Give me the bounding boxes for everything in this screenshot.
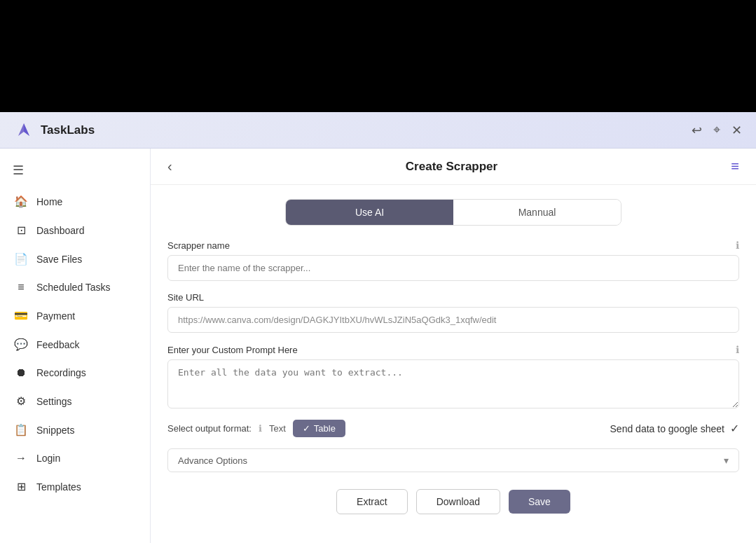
text-format-label: Text (269, 423, 286, 434)
sidebar-item-snippets[interactable]: 📋 Snippets (0, 416, 150, 444)
snippets-icon: 📋 (14, 423, 28, 437)
svg-marker-1 (24, 123, 29, 136)
scrapper-name-label: Scrapper name (167, 240, 230, 251)
sidebar-item-feedback[interactable]: 💬 Feedback (0, 331, 150, 358)
feedback-icon: 💬 (14, 338, 28, 351)
form-area: Scrapper name ℹ Site URL Enter your Cust… (151, 240, 756, 531)
advance-options-label: Advance Options (178, 455, 247, 466)
sidebar-item-save-files-label: Save Files (36, 254, 82, 265)
save-button[interactable]: Save (509, 490, 570, 514)
output-format-info-icon[interactable]: ℹ (259, 423, 262, 434)
custom-prompt-group: Enter your Custom Prompt Here ℹ (167, 344, 739, 408)
save-files-icon: 📄 (14, 252, 28, 266)
top-bar-left: TaskLabs (14, 121, 95, 140)
advance-options-arrow-icon: ▾ (724, 455, 729, 466)
sidebar-item-home[interactable]: 🏠 Home (0, 188, 150, 215)
sidebar-item-recordings[interactable]: ⏺ Recordings (0, 359, 150, 386)
sidebar-item-save-files[interactable]: 📄 Save Files (0, 245, 150, 273)
sidebar-item-recordings-label: Recordings (36, 367, 86, 378)
login-icon: → (14, 452, 28, 465)
undo-icon[interactable]: ↩ (692, 123, 702, 138)
home-icon: 🏠 (14, 195, 28, 208)
close-icon[interactable]: ✕ (731, 123, 742, 138)
settings-icon: ⚙ (14, 394, 28, 408)
action-buttons-row: Extract Download Save (167, 489, 739, 514)
site-url-label: Site URL (167, 292, 739, 303)
top-bar: TaskLabs ↩ ⌖ ✕ (0, 112, 756, 149)
custom-prompt-label: Enter your Custom Prompt Here (167, 345, 298, 355)
content-menu-icon[interactable]: ≡ (731, 158, 739, 174)
top-bar-right: ↩ ⌖ ✕ (692, 123, 742, 138)
sidebar-item-feedback-label: Feedback (36, 339, 79, 350)
output-right: Send data to google sheet ✓ (610, 422, 739, 435)
scrapper-name-group: Scrapper name ℹ (167, 240, 739, 281)
custom-prompt-label-row: Enter your Custom Prompt Here ℹ (167, 344, 739, 355)
recordings-icon: ⏺ (14, 366, 28, 379)
scheduled-tasks-icon: ≡ (14, 281, 28, 294)
site-url-input[interactable] (167, 307, 739, 333)
table-check-icon: ✓ (303, 423, 310, 434)
sidebar: ☰ 🏠 Home ⊡ Dashboard 📄 Save Files ≡ Sche… (0, 149, 151, 543)
table-format-label: Table (314, 423, 336, 434)
output-format-row: Select output format: ℹ Text ✓ Table Sen… (167, 420, 739, 437)
sidebar-item-dashboard[interactable]: ⊡ Dashboard (0, 216, 150, 244)
table-format-button[interactable]: ✓ Table (293, 420, 345, 437)
main-layout: ☰ 🏠 Home ⊡ Dashboard 📄 Save Files ≡ Sche… (0, 149, 756, 543)
payment-icon: 💳 (14, 309, 28, 322)
sidebar-item-login[interactable]: → Login (0, 445, 150, 472)
scrapper-name-input[interactable] (167, 255, 739, 281)
output-format-left: Select output format: ℹ Text ✓ Table (167, 420, 345, 437)
app-title: TaskLabs (41, 123, 95, 137)
sidebar-item-settings[interactable]: ⚙ Settings (0, 387, 150, 415)
back-button[interactable]: ‹ (167, 158, 172, 174)
templates-icon: ⊞ (14, 480, 28, 493)
download-button[interactable]: Download (416, 489, 500, 514)
google-sheet-label: Send data to google sheet (610, 423, 724, 434)
advance-options-row[interactable]: Advance Options ▾ (167, 448, 739, 472)
scrapper-name-info-icon[interactable]: ℹ (736, 240, 739, 251)
tab-switcher: Use AI Mannual (285, 199, 621, 226)
content-header: ‹ Create Scrapper ≡ (151, 149, 756, 185)
sidebar-item-login-label: Login (36, 453, 60, 464)
sidebar-item-scheduled-tasks[interactable]: ≡ Scheduled Tasks (0, 274, 150, 301)
custom-prompt-textarea[interactable] (167, 359, 739, 408)
sidebar-item-scheduled-tasks-label: Scheduled Tasks (36, 282, 111, 293)
sidebar-item-snippets-label: Snippets (36, 425, 74, 436)
site-url-group: Site URL (167, 292, 739, 333)
tab-use-ai[interactable]: Use AI (286, 200, 453, 225)
cursor-icon[interactable]: ⌖ (713, 123, 720, 137)
app-logo-icon (14, 121, 34, 140)
sidebar-item-payment-label: Payment (36, 310, 75, 322)
sidebar-item-home-label: Home (36, 196, 62, 207)
dashboard-icon: ⊡ (14, 224, 28, 237)
google-sheet-checkmark[interactable]: ✓ (730, 422, 739, 435)
custom-prompt-info-icon[interactable]: ℹ (736, 344, 739, 355)
sidebar-item-dashboard-label: Dashboard (36, 225, 85, 236)
sidebar-item-settings-label: Settings (36, 396, 72, 407)
sidebar-item-templates[interactable]: ⊞ Templates (0, 473, 150, 500)
sidebar-item-templates-label: Templates (36, 481, 81, 493)
content-title: Create Scrapper (406, 160, 497, 174)
sidebar-item-payment[interactable]: 💳 Payment (0, 302, 150, 329)
scrapper-name-label-row: Scrapper name ℹ (167, 240, 739, 251)
sidebar-hamburger[interactable]: ☰ (0, 160, 150, 186)
content-area: ‹ Create Scrapper ≡ Use AI Mannual Scrap… (151, 149, 756, 543)
tab-mannual[interactable]: Mannual (453, 200, 621, 225)
output-format-label: Select output format: (167, 423, 252, 434)
extract-button[interactable]: Extract (336, 489, 408, 514)
